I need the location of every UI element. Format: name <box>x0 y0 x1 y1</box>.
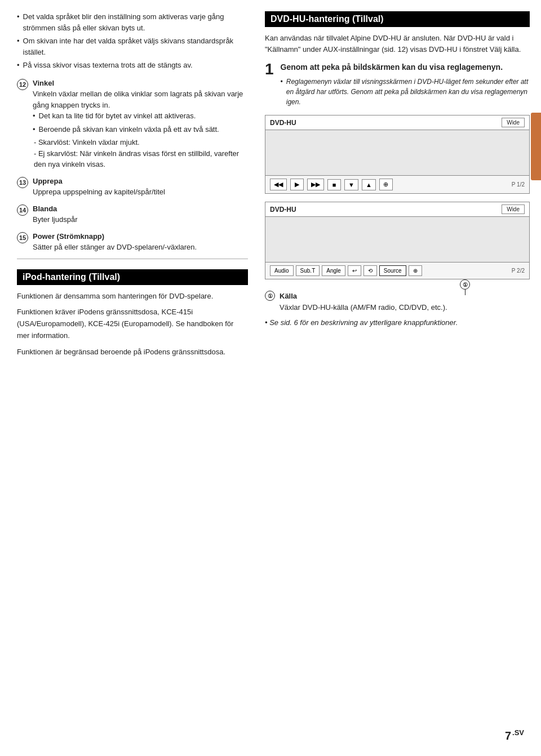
page-number: 7.SV <box>505 728 524 742</box>
btn-next[interactable]: ▶▶ <box>307 179 324 190</box>
vinkel-bullet-1: • Det kan ta lite tid för bytet av vinke… <box>33 110 248 122</box>
dvd-wide-btn-2[interactable]: Wide <box>502 204 525 214</box>
bullet-text-3: På vissa skivor visas texterna trots att… <box>23 60 193 71</box>
dvd-screen-1: DVD-HU Wide ◀◀ ▶ ▶▶ ■ ▼ ▲ ⊕ P 1/2 <box>265 115 530 194</box>
btn-enter[interactable]: ⊕ <box>379 179 393 190</box>
source-line <box>465 290 465 295</box>
vinkel-content: Vinkel Vinkeln växlar mellan de olika vi… <box>33 78 248 170</box>
bullet-item-2: • Om skivan inte har det valda språket v… <box>17 35 248 57</box>
page-num-value: 7 <box>505 730 511 742</box>
dvd-screen-2-body <box>265 217 529 262</box>
dvd-screen-2: DVD-HU Wide Audio Sub.T Angle ↩ ⟲ Source… <box>265 202 530 279</box>
left-top-bullets: • Det valda språket blir den inställning… <box>17 11 248 71</box>
circle-15: 15 <box>17 232 28 243</box>
blanda-title: Blanda <box>33 203 248 215</box>
power-content: Power (Strömknapp) Sätter på eller stäng… <box>33 231 248 253</box>
vinkel-bullet-text-1: Det kan ta lite tid för bytet av vinkel … <box>39 110 196 122</box>
ipod-para-3: Funktionen är begränsad beroende på iPod… <box>17 346 248 358</box>
dvd-screen-1-body <box>265 130 529 175</box>
power-title: Power (Strömknapp) <box>33 231 248 242</box>
section-vinkel: 12 Vinkel Vinkeln växlar mellan de olika… <box>17 78 248 170</box>
section-upprepa: 13 Upprepa Upprepa uppspelning av kapite… <box>17 176 248 198</box>
ipod-divider <box>17 259 248 259</box>
circle-12: 12 <box>17 79 28 90</box>
circle-13: 13 <box>17 177 28 188</box>
btn-up[interactable]: ▲ <box>362 179 376 190</box>
source-annotation-circle: ① <box>265 291 275 301</box>
section-power: 15 Power (Strömknapp) Sätter på eller st… <box>17 231 248 253</box>
blanda-content: Blanda Byter ljudspår <box>33 203 248 225</box>
step-1-body: • Reglagemenyn växlar till visningsskärm… <box>281 77 530 107</box>
btn-down[interactable]: ▼ <box>344 179 358 190</box>
upprepa-content: Upprepa Upprepa uppspelning av kapitel/s… <box>33 176 248 198</box>
btn-play[interactable]: ▶ <box>290 179 304 190</box>
left-column: • Det valda språket blir den inställning… <box>17 11 259 733</box>
vinkel-bullet-2: • Beroende på skivan kan vinkeln växla p… <box>33 124 248 135</box>
ipod-body: Funktionen är densamma som hanteringen f… <box>17 291 248 358</box>
upprepa-title: Upprepa <box>33 176 248 187</box>
section-blanda: 14 Blanda Byter ljudspår <box>17 203 248 225</box>
bullet-text-2: Om skivan inte har det valda språket väl… <box>23 35 248 57</box>
blanda-body: Byter ljudspår <box>33 214 248 225</box>
vinkel-body: Vinkeln växlar mellan de olika vinklar s… <box>33 88 248 110</box>
source-annotation-text: Källa Växlar DVD-HU-källa (AM/FM radio, … <box>280 291 447 313</box>
step-1-bullet-text: Reglagemenyn växlar till visningsskärmen… <box>286 77 530 107</box>
dvd-screen-2-header: DVD-HU Wide <box>265 202 529 217</box>
btn-back[interactable]: ↩ <box>348 265 361 276</box>
step-1-block: 1 Genom att peka på bildskärmen kan du v… <box>265 61 530 109</box>
vinkel-title: Vinkel <box>33 78 248 89</box>
bullet-item-1: • Det valda språket blir den inställning… <box>17 11 248 33</box>
btn-audio[interactable]: Audio <box>270 265 294 276</box>
source-title: Källa <box>280 292 297 300</box>
btn-repeat[interactable]: ⟲ <box>363 265 377 276</box>
page-container: • Det valda språket blir den inställning… <box>0 0 541 756</box>
ipod-section-header: iPod-hantering (Tillval) <box>17 269 248 285</box>
btn-prev[interactable]: ◀◀ <box>270 179 287 190</box>
dvd-hu-header: DVD-HU-hantering (Tillval) <box>265 11 530 27</box>
source-body: Växlar DVD-HU-källa (AM/FM radio, CD/DVD… <box>280 303 447 312</box>
upprepa-body: Upprepa uppspelning av kapitel/spår/tite… <box>33 186 248 198</box>
bullet-icon-1: • <box>17 11 20 33</box>
btn-enter-2[interactable]: ⊕ <box>409 265 422 276</box>
dvd-screen-2-controls: Audio Sub.T Angle ↩ ⟲ Source ⊕ P 2/2 <box>265 262 529 279</box>
bullet-icon-2: • <box>17 35 20 57</box>
side-tab <box>531 113 541 180</box>
dvd-screen-1-label: DVD-HU <box>270 119 296 127</box>
page-indicator-2: P 2/2 <box>512 268 525 274</box>
right-column: DVD-HU-hantering (Tillval) Kan användas … <box>259 11 530 733</box>
btn-angle[interactable]: Angle <box>322 265 345 276</box>
dvd-hu-intro: Kan användas när tillvalet Alpine DVD-HU… <box>265 33 530 55</box>
source-circle: ① <box>460 279 470 290</box>
step-1-bullet: • Reglagemenyn växlar till visningsskärm… <box>281 77 530 107</box>
bullet-icon-3: • <box>17 60 20 71</box>
page-indicator-1: P 1/2 <box>512 181 525 188</box>
dvd-screen-1-header: DVD-HU Wide <box>265 115 529 130</box>
footnote: • Se sid. 6 för en beskrivning av ytterl… <box>265 318 530 327</box>
bullet-item-3: • På vissa skivor visas texterna trots a… <box>17 60 248 71</box>
dvd-screen-1-controls: ◀◀ ▶ ▶▶ ■ ▼ ▲ ⊕ P 1/2 <box>265 175 529 193</box>
vinkel-bullet-text-2: Beroende på skivan kan vinkeln växla på … <box>39 124 219 135</box>
source-annotation: ① Källa Växlar DVD-HU-källa (AM/FM radio… <box>265 291 530 313</box>
step-1-text: Genom att peka på bildskärmen kan du vis… <box>281 61 530 109</box>
page-suffix: .SV <box>512 728 524 737</box>
dvd-wide-btn-1[interactable]: Wide <box>502 118 525 127</box>
step-1-title: Genom att peka på bildskärmen kan du vis… <box>281 61 530 73</box>
ipod-section: iPod-hantering (Tillval) Funktionen är d… <box>17 269 248 358</box>
btn-stop[interactable]: ■ <box>327 179 341 190</box>
btn-subt[interactable]: Sub.T <box>296 265 320 276</box>
ipod-para-2: Funktionen kräver iPodens gränssnittsdos… <box>17 306 248 341</box>
btn-source[interactable]: Source <box>379 265 406 276</box>
step-1-num: 1 <box>265 61 274 77</box>
source-circle-annotation: ① <box>460 279 470 295</box>
ipod-para-1: Funktionen är densamma som hanteringen f… <box>17 291 248 303</box>
circle-14: 14 <box>17 204 28 216</box>
vinkel-sub-2: - Ej skarvlöst: När vinkeln ändras visas… <box>34 148 248 170</box>
dvd-screen-2-label: DVD-HU <box>270 206 296 214</box>
bullet-text-1: Det valda språket blir den inställning s… <box>23 11 248 33</box>
power-body: Sätter på eller stänger av DVD-spelaren/… <box>33 242 248 253</box>
vinkel-sub-1: - Skarvlöst: Vinkeln växlar mjukt. <box>34 137 248 148</box>
